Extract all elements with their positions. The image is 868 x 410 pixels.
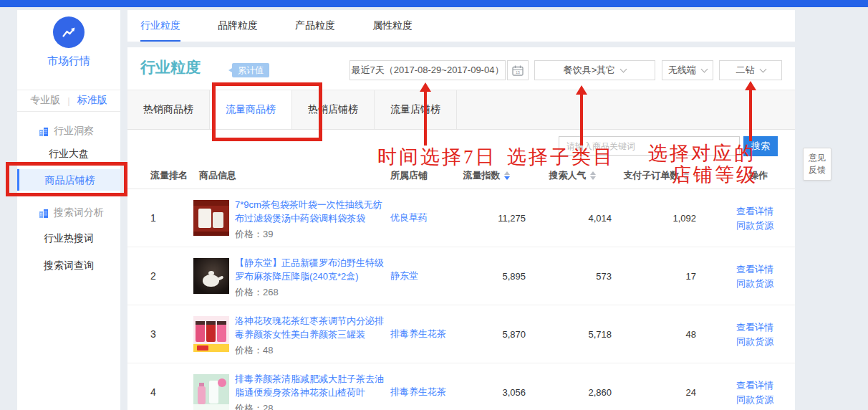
paid-suborders-value: 17 xyxy=(613,247,699,305)
product-info: 排毒养颜茶清脂减肥减大肚子茶去油脂通便瘦身茶洛神花茶山楂荷叶 价格：28 xyxy=(235,372,388,410)
same-source-link[interactable]: 同款货源 xyxy=(736,393,773,406)
table-row: 1 7*9cm茶包袋茶叶袋一次性抽线无纺布过滤袋煲汤中药袋调料袋茶袋 价格：39… xyxy=(127,189,795,247)
date-range-selector[interactable]: 最近7天（2017-08-29~2017-09-04） xyxy=(349,60,506,80)
building-icon xyxy=(39,127,49,136)
granularity-tabs: 行业粒度 品牌粒度 产品粒度 属性粒度 xyxy=(127,10,795,42)
divider xyxy=(17,111,120,112)
same-source-link[interactable]: 同款货源 xyxy=(736,219,773,232)
product-title-link[interactable]: 排毒养颜茶清脂减肥减大肚子茶去油脂通便瘦身茶洛神花茶山楂荷叶 xyxy=(235,372,388,399)
product-thumbnail[interactable] xyxy=(193,374,229,410)
svg-text:15: 15 xyxy=(516,70,520,75)
tab-product-granularity[interactable]: 产品粒度 xyxy=(295,10,335,42)
tab-industry-granularity[interactable]: 行业粒度 xyxy=(140,10,180,42)
version-switcher: 专业版 | 标准版 xyxy=(17,90,120,111)
search-popularity-value: 4,014 xyxy=(530,189,614,247)
paid-suborders-value: 1,092 xyxy=(613,189,699,247)
chevron-down-icon xyxy=(620,65,627,72)
traffic-index-value: 5,895 xyxy=(444,247,529,305)
header-label: 支付子订单数 xyxy=(624,169,680,182)
sidebar-section-industry-insight[interactable]: 行业洞察 xyxy=(39,123,94,139)
rank-value: 4 xyxy=(150,363,179,410)
same-source-link[interactable]: 同款货源 xyxy=(736,335,773,348)
table-row: 2 【静东堂】正品新疆罗布泊野生特级罗布麻茶降压降脂(240克*2盒) 价格：2… xyxy=(127,247,795,305)
product-title-link[interactable]: 【静东堂】正品新疆罗布泊野生特级罗布麻茶降压降脂(240克*2盒) xyxy=(235,256,388,283)
traffic-index-value: 3,056 xyxy=(444,363,529,410)
market-quotes-app: 市场行情 专业版 | 标准版 行业洞察 行业大盘 商品店铺榜 xyxy=(0,0,868,410)
terminal-dropdown[interactable]: 无线端 xyxy=(662,60,713,80)
building-icon xyxy=(39,209,49,218)
sort-icons[interactable] xyxy=(683,171,689,180)
category-value: 餐饮具>其它 xyxy=(564,64,616,77)
subtab-traffic-shops[interactable]: 流量店铺榜 xyxy=(375,90,457,129)
red-arrow-line xyxy=(424,91,427,146)
sidebar-section-search-analysis[interactable]: 搜索词分析 xyxy=(39,205,104,221)
sort-icons[interactable] xyxy=(590,171,596,180)
search-popularity-value: 5,718 xyxy=(530,305,614,363)
keyword-search-input[interactable] xyxy=(559,136,740,156)
feedback-button[interactable]: 意见 反馈 xyxy=(803,148,831,181)
table-header: 流量排名 商品信息 所属店铺 流量指数 搜索人气 支付子订单数 操作 xyxy=(127,162,795,189)
tab-brand-granularity[interactable]: 品牌粒度 xyxy=(218,10,258,42)
header-product-info: 商品信息 xyxy=(199,162,236,189)
divider: | xyxy=(67,95,69,106)
sort-icons[interactable] xyxy=(504,171,510,180)
shop-level-value: 二钻 xyxy=(736,64,755,77)
red-arrow-line xyxy=(749,90,752,141)
product-thumbnail[interactable] xyxy=(193,258,229,294)
paid-suborders-value: 48 xyxy=(613,305,699,363)
sidebar-item-industry-hot-words[interactable]: 行业热搜词 xyxy=(17,229,120,247)
product-title-link[interactable]: 洛神花玫瑰花茶红枣茶调节内分泌排毒养颜茶女性美白养颜茶三罐装 xyxy=(235,314,388,341)
rank-value: 2 xyxy=(150,247,179,305)
sidebar-item-industry-overview[interactable]: 行业大盘 xyxy=(17,145,120,162)
calendar-icon: 15 xyxy=(512,65,524,76)
view-detail-link[interactable]: 查看详情 xyxy=(736,262,773,276)
header-actions: 操作 xyxy=(736,162,781,189)
red-arrow-line xyxy=(580,94,583,146)
header-label: 流量指数 xyxy=(463,169,501,182)
subtab-hot-products[interactable]: 热销商品榜 xyxy=(127,90,210,129)
search-popularity-value: 573 xyxy=(530,247,614,305)
product-price: 价格：48 xyxy=(235,344,388,357)
table-row: 3 洛神花玫瑰花茶红枣茶调节内分泌排毒养颜茶女性美白养颜茶三罐装 价格：48 排… xyxy=(127,305,795,363)
sidebar-item-search-word-query[interactable]: 搜索词查询 xyxy=(17,257,120,274)
product-thumbnail[interactable] xyxy=(193,200,229,236)
product-title-link[interactable]: 7*9cm茶包袋茶叶袋一次性抽线无纺布过滤袋煲汤中药袋调料袋茶袋 xyxy=(235,198,388,225)
version-tab-pro[interactable]: 专业版 xyxy=(30,94,60,107)
terminal-value: 无线端 xyxy=(668,64,696,77)
header-shop: 所属店铺 xyxy=(390,162,428,189)
product-price: 价格：268 xyxy=(235,286,388,299)
chevron-down-icon xyxy=(759,65,766,72)
row-actions: 查看详情 同款货源 xyxy=(736,305,786,363)
subtab-traffic-products[interactable]: 流量商品榜 xyxy=(210,90,292,129)
product-price: 价格：28 xyxy=(235,402,388,410)
rank-value: 1 xyxy=(150,189,179,247)
feedback-label: 意见 xyxy=(804,152,831,164)
view-detail-link[interactable]: 查看详情 xyxy=(736,204,773,218)
subtab-hot-shops[interactable]: 热销店铺榜 xyxy=(292,90,375,129)
paid-suborders-value: 24 xyxy=(613,363,699,410)
sidebar-section-label: 行业洞察 xyxy=(54,125,94,138)
product-info: 7*9cm茶包袋茶叶袋一次性抽线无纺布过滤袋煲汤中药袋调料袋茶袋 价格：39 xyxy=(235,198,388,241)
rank-value: 3 xyxy=(150,305,179,363)
same-source-link[interactable]: 同款货源 xyxy=(736,277,773,290)
tab-attribute-granularity[interactable]: 属性粒度 xyxy=(372,10,413,42)
rank-subtabs: 热销商品榜 流量商品榜 热销店铺榜 流量店铺榜 xyxy=(127,90,795,130)
sidebar-item-product-shop-rank[interactable]: 商品店铺榜 xyxy=(17,169,120,191)
product-info: 【静东堂】正品新疆罗布泊野生特级罗布麻茶降压降脂(240克*2盒) 价格：268 xyxy=(235,256,388,299)
app-logo[interactable] xyxy=(53,16,85,48)
chevron-down-icon xyxy=(701,65,708,72)
cumulative-badge: 累计值 xyxy=(232,63,269,77)
header-label: 搜索人气 xyxy=(549,169,587,182)
view-detail-link[interactable]: 查看详情 xyxy=(736,378,773,392)
calendar-button[interactable]: 15 xyxy=(507,60,529,80)
version-tab-standard[interactable]: 标准版 xyxy=(77,94,107,107)
view-detail-link[interactable]: 查看详情 xyxy=(736,320,773,334)
shop-level-dropdown[interactable]: 二钻 xyxy=(719,60,782,80)
top-header-bar xyxy=(0,0,868,7)
sidebar: 市场行情 专业版 | 标准版 行业洞察 行业大盘 商品店铺榜 xyxy=(17,10,120,410)
sidebar-section-label: 搜索词分析 xyxy=(54,206,104,219)
category-dropdown[interactable]: 餐饮具>其它 xyxy=(534,60,655,80)
header-search-popularity: 搜索人气 xyxy=(530,162,614,189)
product-thumbnail[interactable] xyxy=(193,316,229,352)
main-panel: 行业粒度 累计值 最近7天（2017-08-29~2017-09-04） 15 … xyxy=(127,47,795,410)
